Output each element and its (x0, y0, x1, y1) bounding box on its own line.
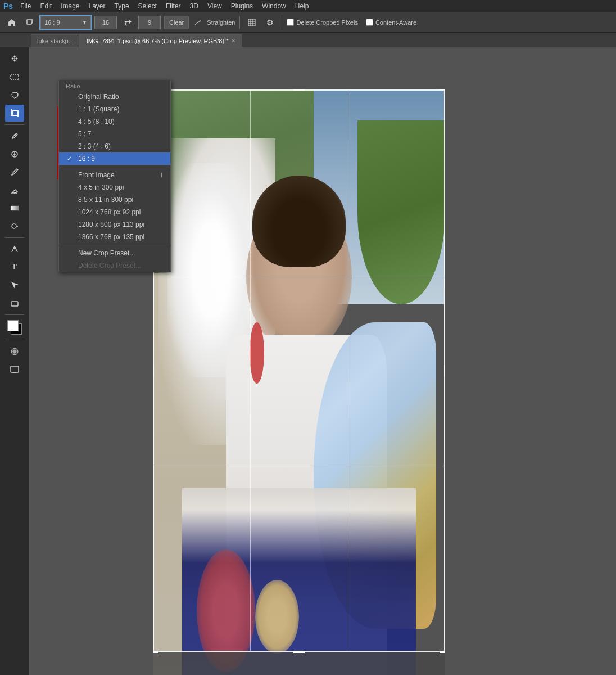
menu-layer[interactable]: Layer (85, 1, 110, 11)
delete-cropped-group: Delete Cropped Pixels (287, 19, 357, 26)
dropdown-item-4x5[interactable]: 4 x 5 in 300 ppi (59, 181, 170, 194)
main-layout: T (0, 47, 616, 675)
dropdown-item-delete-preset: Delete Crop Preset... (59, 259, 170, 272)
dropdown-item-2-3[interactable]: 2 : 3 (4 : 6) (59, 140, 170, 152)
svg-line-1 (196, 20, 201, 24)
home-button[interactable] (4, 15, 19, 30)
dropdown-item-original-ratio[interactable]: Original Ratio (59, 91, 170, 103)
menu-window[interactable]: Window (258, 1, 290, 11)
delete-cropped-checkbox[interactable] (287, 19, 294, 26)
svg-rect-10 (13, 111, 18, 115)
dropdown-section-ratio: Ratio (59, 80, 170, 91)
clear-button[interactable]: Clear (164, 16, 189, 29)
tool-rect-select[interactable] (5, 69, 24, 86)
svg-rect-15 (11, 206, 19, 210)
dropdown-item-1280[interactable]: 1280 x 800 px 113 ppi (59, 218, 170, 231)
menu-bar: Ps File Edit Image Layer Type Select Fil… (0, 0, 616, 12)
tool-crop[interactable] (5, 105, 24, 122)
tab-1-label: luke-stackp... (37, 38, 74, 44)
delete-cropped-label: Delete Cropped Pixels (296, 19, 357, 26)
canvas-area: Ratio Original Ratio 1 : 1 (Square) 4 : … (29, 47, 616, 675)
crop-settings-button[interactable]: ⚙ (262, 15, 277, 30)
dropdown-item-4-5[interactable]: 4 : 5 (8 : 10) (59, 115, 170, 128)
straighten-label[interactable]: Straighten (207, 19, 235, 26)
tool-healing[interactable] (5, 146, 24, 163)
straighten-icon (192, 15, 203, 30)
tool-text[interactable]: T (5, 259, 24, 276)
check-16-9: ✓ (67, 155, 75, 163)
tool-gradient[interactable] (5, 200, 24, 217)
dropdown-item-front-image[interactable]: Front Image I (59, 169, 170, 181)
height-input[interactable] (138, 16, 161, 29)
tool-screen-mode[interactable] (5, 361, 24, 378)
tool-path-select[interactable] (5, 277, 24, 294)
tool-dodge[interactable] (5, 218, 24, 235)
dropdown-item-16-9[interactable]: ✓ 16 : 9 (59, 152, 170, 165)
shortcut-front-image: I (161, 172, 162, 178)
menu-plugins[interactable]: Plugins (227, 1, 257, 11)
ratio-dropdown[interactable]: 16 : 9 ▼ (40, 16, 91, 29)
dropdown-arrow-icon: ▼ (82, 20, 87, 25)
menu-3d[interactable]: 3D (186, 1, 202, 11)
ratio-dropdown-menu: Ratio Original Ratio 1 : 1 (Square) 4 : … (58, 80, 171, 272)
grid-overlay-button[interactable] (244, 15, 259, 30)
menu-edit[interactable]: Edit (36, 1, 56, 11)
dropdown-item-8x11[interactable]: 8,5 x 11 in 300 ppi (59, 194, 170, 206)
tab-2-close[interactable]: ✕ (231, 38, 235, 44)
tool-eraser[interactable] (5, 182, 24, 199)
toolbar: 16 : 9 ▼ ⇄ Clear Straighten ⚙ Delete Cr (0, 12, 616, 33)
swap-dimensions-button[interactable]: ⇄ (120, 15, 135, 30)
svg-rect-0 (27, 20, 31, 24)
svg-point-21 (13, 350, 16, 353)
tool-shape[interactable] (5, 295, 24, 312)
tool-brush[interactable] (5, 164, 24, 181)
tab-1[interactable]: luke-stackp... (31, 34, 80, 47)
width-input[interactable] (94, 16, 117, 29)
menu-filter[interactable]: Filter (162, 1, 185, 11)
dropdown-item-new-preset[interactable]: New Crop Preset... (59, 247, 170, 259)
ratio-value: 16 : 9 (44, 19, 60, 26)
dropdown-item-1024[interactable]: 1024 x 768 px 92 ppi (59, 206, 170, 218)
app-icon: Ps (3, 2, 13, 11)
tool-lasso[interactable] (5, 87, 24, 104)
menu-view[interactable]: View (203, 1, 226, 11)
content-aware-group: Content-Aware (366, 19, 416, 26)
content-aware-label: Content-Aware (375, 19, 416, 26)
dropdown-item-1-1[interactable]: 1 : 1 (Square) (59, 103, 170, 115)
menu-image[interactable]: Image (57, 1, 83, 11)
menu-file[interactable]: File (16, 1, 35, 11)
menu-type[interactable]: Type (111, 1, 133, 11)
menu-help[interactable]: Help (291, 1, 313, 11)
dropdown-item-1366[interactable]: 1366 x 768 px 135 ppi (59, 231, 170, 243)
dropdown-item-5-7[interactable]: 5 : 7 (59, 128, 170, 140)
svg-rect-4 (248, 19, 255, 26)
tool-pen[interactable] (5, 241, 24, 258)
crop-rotate-button[interactable] (22, 15, 37, 30)
tool-move[interactable] (5, 51, 24, 68)
tab-2-label: IMG_7891-1.psd @ 66,7% (Crop Preview, RG… (87, 38, 229, 44)
canvas-image (153, 89, 445, 675)
foreground-color-swatch (7, 320, 19, 331)
tool-quick-mask[interactable] (5, 343, 24, 360)
content-aware-checkbox[interactable] (366, 19, 373, 26)
tabs-bar: luke-stackp... IMG_7891-1.psd @ 66,7% (C… (0, 33, 616, 47)
svg-point-16 (12, 224, 16, 228)
svg-rect-22 (11, 366, 19, 372)
left-toolbar: T (0, 47, 29, 675)
svg-point-18 (13, 248, 15, 249)
foreground-background-colors[interactable] (7, 320, 22, 335)
svg-rect-19 (11, 302, 18, 306)
menu-select[interactable]: Select (134, 1, 161, 11)
svg-rect-9 (11, 74, 19, 80)
tool-eyedropper[interactable] (5, 128, 24, 145)
tab-2[interactable]: IMG_7891-1.psd @ 66,7% (Crop Preview, RG… (80, 34, 242, 47)
